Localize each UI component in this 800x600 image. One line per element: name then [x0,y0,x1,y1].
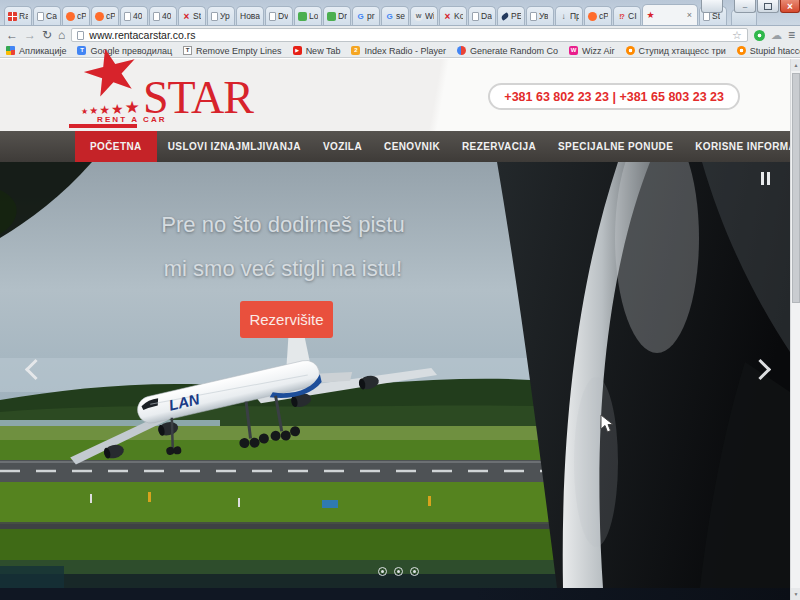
reload-icon[interactable]: ↻ [42,29,52,41]
newtab-red-icon [293,46,302,55]
maximize-button[interactable] [757,0,779,13]
address-bar[interactable]: www.rentacarstar.co.rs ☆ [71,28,748,42]
bookmark-label: New Tab [306,46,341,56]
hero-slider: LAN Pre no š [0,162,790,588]
browser-tab[interactable]: 40 [120,6,148,25]
page-bottom-bar [0,588,790,600]
window-extra-button[interactable] [701,0,723,13]
tab-label: Ур [220,11,230,21]
bookmark-label: Index Radio - Player [364,46,446,56]
orange-dot-icon [626,46,635,55]
nav-item-rezervacija[interactable]: REZERVACIJA [451,131,547,162]
bookmark-item[interactable]: Remove Empty Lines [183,46,282,56]
extension-cloud-icon[interactable]: ☁ [771,30,782,41]
bookmark-star-icon[interactable]: ☆ [732,30,742,41]
forward-icon[interactable]: → [24,29,36,41]
red-grid-icon [8,12,17,21]
tab-label: 40 [162,11,171,21]
close-tab-icon[interactable] [685,11,694,20]
google-icon [356,12,365,21]
scroll-up-icon[interactable]: ▲ [791,59,800,71]
bookmark-label: Remove Empty Lines [196,46,282,56]
cpanel-icon [66,12,75,21]
tab-label: set [396,11,405,21]
wordpress-icon [414,12,423,21]
browser-tab[interactable]: Пр [555,6,583,25]
tab-label: Lo [309,11,318,21]
window-controls [700,0,800,13]
browser-tab[interactable]: Dv [265,6,293,25]
home-icon[interactable]: ⌂ [58,29,65,41]
carousel-dot[interactable] [410,567,419,576]
browser-tab[interactable]: PE [497,6,525,25]
page-icon [124,12,131,21]
tab-label: PE [511,11,521,21]
minimize-button[interactable] [734,0,756,13]
page-icon [269,12,276,21]
pause-icon[interactable] [761,172,770,185]
browser-tab[interactable]: St [178,6,206,25]
site-header: ★ ★★★★★ RENT A CAR STAR +381 63 802 23 2… [0,59,790,131]
radio-orange-icon [351,46,360,55]
nav-item-početna[interactable]: POČETNA [75,131,157,162]
tab-label: pr [367,11,375,21]
red-x-icon [443,12,452,21]
back-icon[interactable]: ← [6,29,18,41]
tab-label: Dr [338,11,347,21]
carousel-dot[interactable] [378,567,387,576]
bookmark-item[interactable]: Wizz Air [569,46,615,56]
extension-green-icon[interactable] [754,30,765,41]
nav-item-uslovi-iznajmljivanja[interactable]: USLOVI IZNAJMLJIVANJA [157,131,312,162]
logo-brand-text: STAR [143,75,253,121]
bookmark-item[interactable]: Апликације [6,46,66,56]
browser-tab[interactable]: cP [62,6,90,25]
carousel-dot[interactable] [394,567,403,576]
browser-tab[interactable]: Нова [236,6,264,25]
tab-strip: RaCacPcP4040StУрНоваDvLoDrprsetWiKoDaPEУ… [0,0,800,26]
browser-tab[interactable]: Dr [323,6,351,25]
nav-item-vozila[interactable]: VOZILA [312,131,373,162]
scrollbar-thumb[interactable] [792,73,800,303]
bookmark-item[interactable]: New Tab [293,46,341,56]
bookmark-item[interactable]: Ступид хтаццесс три [626,46,726,56]
browser-tab[interactable]: Ra [4,6,32,25]
browser-tab[interactable] [642,4,698,25]
green-sq-icon [327,12,336,21]
browser-tab[interactable]: Da [468,6,496,25]
bookmark-item[interactable]: Stupid htaccess Trick [737,46,800,56]
browser-tab[interactable]: set [381,6,409,25]
bookmark-item[interactable]: Index Radio - Player [351,46,446,56]
browser-tab[interactable]: Ув [526,6,554,25]
main-navigation: POČETNAUSLOVI IZNAJMLJIVANJAVOZILACENOVN… [0,131,790,162]
tab-label: cP [599,11,608,21]
browser-tab[interactable]: 40 [149,6,177,25]
orange-dot-icon [737,46,746,55]
url-text[interactable]: www.rentacarstar.co.rs [89,29,727,41]
tab-label: CII [628,11,637,21]
logo-underline [69,124,137,128]
browser-tab[interactable]: cP [91,6,119,25]
reserve-button[interactable]: Rezervišite [240,301,333,338]
site-logo[interactable]: ★ ★★★★★ RENT A CAR STAR [75,59,265,131]
browser-tab[interactable]: Wi [410,6,438,25]
red-x-icon [182,12,191,21]
tab-label: Ca [46,11,57,21]
nav-item-specijalne-ponude[interactable]: SPECIJALNE PONUDE [547,131,684,162]
browser-tab[interactable]: Ур [207,6,235,25]
nav-item-korisne-informacije-i-saveti[interactable]: KORISNE INFORMACIJE I SAVETI [684,131,800,162]
scroll-down-icon[interactable]: ▼ [791,588,800,600]
browser-tab[interactable]: CII [613,6,641,25]
nav-item-cenovnik[interactable]: CENOVNIK [373,131,451,162]
bookmark-label: Апликације [19,46,66,56]
close-button[interactable] [780,0,800,13]
browser-tab[interactable]: Ko [439,6,467,25]
page-icon [153,12,160,21]
browser-tab[interactable]: Lo [294,6,322,25]
browser-tab[interactable]: Ca [33,6,61,25]
browser-tab[interactable]: pr [352,6,380,25]
tabs-row: RaCacPcP4040StУрНоваDvLoDrprsetWiKoDaPEУ… [0,0,800,25]
browser-tab[interactable]: cP [584,6,612,25]
scrollbar[interactable]: ▲ ▼ [790,59,800,600]
menu-hamburger-icon[interactable] [788,29,794,41]
bookmark-item[interactable]: Generate Random Co [457,46,558,56]
